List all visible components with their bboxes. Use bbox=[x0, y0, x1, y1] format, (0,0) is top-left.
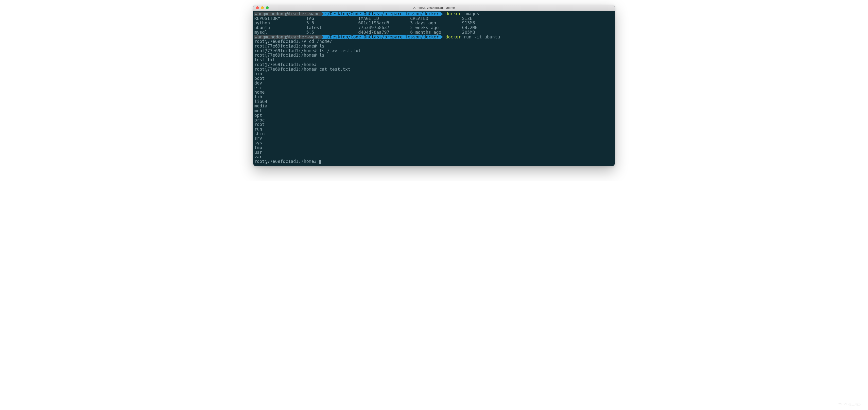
prompt-user: wangmingdong@teacher-wang bbox=[254, 11, 321, 16]
shell-output: opt bbox=[254, 113, 614, 118]
table-row: python 3.6 601c1195acd5 3 days ago 913MB bbox=[254, 21, 614, 25]
command-name: docker bbox=[445, 34, 461, 39]
shell-line: root@77e69fdc1ad1:/home# bbox=[254, 62, 614, 67]
traffic-lights bbox=[256, 6, 269, 9]
shell-prompt: root@77e69fdc1ad1:/home# bbox=[254, 53, 319, 58]
table-row: mysql 5.5 d404d78aa797 6 months ago 205M… bbox=[254, 30, 614, 35]
shell-output: home bbox=[254, 90, 614, 95]
close-icon[interactable] bbox=[256, 6, 259, 9]
shell-output: var bbox=[254, 155, 614, 159]
shell-output: etc bbox=[254, 86, 614, 90]
command-args: run -it ubuntu bbox=[461, 34, 500, 39]
shell-output: proc bbox=[254, 118, 614, 122]
terminal-body[interactable]: wangmingdong@teacher-wang~/Desktop/Code_… bbox=[253, 11, 615, 166]
shell-output: sbin bbox=[254, 132, 614, 136]
shell-output: boot bbox=[254, 76, 614, 81]
shell-line: root@77e69fdc1ad1:/home# cat test.txt bbox=[254, 67, 614, 72]
shell-line: root@77e69fdc1ad1:/# cd /home/ bbox=[254, 39, 614, 44]
table-header: REPOSITORY TAG IMAGE ID CREATED SIZE bbox=[254, 16, 614, 21]
titlebar[interactable]: 2. root@77e69fdc1ad1: /home bbox=[253, 5, 615, 11]
prompt-user: wangmingdong@teacher-wang bbox=[254, 35, 321, 39]
shell-line: root@77e69fdc1ad1:/home# ls / >> test.tx… bbox=[254, 49, 614, 53]
chevron-right-icon bbox=[440, 12, 443, 16]
shell-output: media bbox=[254, 104, 614, 108]
docker-images-table: REPOSITORY TAG IMAGE ID CREATED SIZEpyth… bbox=[254, 16, 614, 35]
cursor-icon bbox=[319, 160, 321, 164]
shell-output: root bbox=[254, 122, 614, 127]
shell-command: cat test.txt bbox=[319, 67, 350, 72]
shell-output: lib bbox=[254, 95, 614, 99]
shell-prompt: root@77e69fdc1ad1:/home# bbox=[254, 43, 319, 49]
prompt-line: wangmingdong@teacher-wang~/Desktop/Code_… bbox=[254, 11, 614, 16]
shell-output: dev bbox=[254, 81, 614, 86]
terminal-window: 2. root@77e69fdc1ad1: /home wangmingdong… bbox=[253, 5, 615, 166]
shell-command: ls bbox=[319, 43, 324, 49]
chevron-right-icon bbox=[321, 12, 323, 16]
shell-output: run bbox=[254, 127, 614, 132]
shell-output: lib64 bbox=[254, 99, 614, 104]
shell-output: srv bbox=[254, 136, 614, 141]
shell-command: ls / >> test.txt bbox=[319, 48, 361, 53]
command-args: images bbox=[461, 11, 479, 16]
shell-output: test.txt bbox=[254, 58, 614, 62]
cat-output: binbootdevetchomeliblib64mediamntoptproc… bbox=[254, 71, 614, 159]
shell-prompt: root@77e69fdc1ad1:/home# bbox=[254, 67, 319, 72]
shell-command: cd /home/ bbox=[309, 39, 332, 44]
shell-prompt: root@77e69fdc1ad1:/home# bbox=[254, 159, 319, 164]
shell-line: root@77e69fdc1ad1:/home# ls bbox=[254, 53, 614, 58]
shell-output: mnt bbox=[254, 108, 614, 113]
shell-output: bin bbox=[254, 71, 614, 76]
maximize-icon[interactable] bbox=[266, 6, 269, 9]
shell-output: tmp bbox=[254, 146, 614, 150]
window-title: 2. root@77e69fdc1ad1: /home bbox=[253, 6, 615, 10]
prompt-path: ~/Desktop/Code_OnClass/prepare_lesson/do… bbox=[321, 35, 440, 39]
chevron-right-icon bbox=[440, 35, 443, 39]
command-name: docker bbox=[445, 11, 461, 16]
shell-line: root@77e69fdc1ad1:/home# ls bbox=[254, 44, 614, 49]
shell-prompt: root@77e69fdc1ad1:/# bbox=[254, 39, 309, 44]
shell-output: usr bbox=[254, 150, 614, 155]
shell-output: sys bbox=[254, 141, 614, 146]
shell-prompt: root@77e69fdc1ad1:/home# bbox=[254, 48, 319, 53]
table-row: ubuntu latest 775349758637 2 weeks ago 6… bbox=[254, 25, 614, 30]
minimize-icon[interactable] bbox=[261, 6, 264, 9]
shell-command: ls bbox=[319, 53, 324, 58]
chevron-right-icon bbox=[321, 35, 323, 39]
prompt-path: ~/Desktop/Code_OnClass/prepare_lesson/do… bbox=[321, 11, 440, 16]
prompt-line: wangmingdong@teacher-wang~/Desktop/Code_… bbox=[254, 35, 614, 39]
shell-line: root@77e69fdc1ad1:/home# bbox=[254, 159, 614, 164]
